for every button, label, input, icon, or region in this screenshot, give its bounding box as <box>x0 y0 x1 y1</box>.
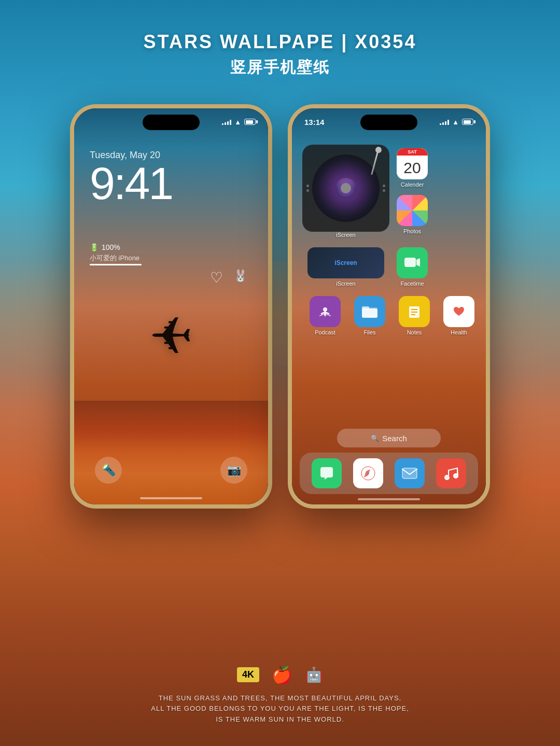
calendar-icon: SAT 20 <box>397 148 428 179</box>
phones-container: ✈ ▲ <box>0 94 560 519</box>
dock-safari[interactable] <box>353 458 383 488</box>
lock-widgets: 🔋 100% 小可爱的 iPhone <box>90 243 253 265</box>
lock-time: 9:41 <box>90 161 172 206</box>
music-widget-img <box>302 145 389 232</box>
svg-rect-14 <box>402 468 417 478</box>
wifi-icon-home: ▲ <box>452 118 459 126</box>
facetime-icon <box>397 247 428 278</box>
home-indicator-home <box>358 498 420 500</box>
dock-mail[interactable] <box>395 458 425 488</box>
music-widget-label: iScreen <box>336 232 355 238</box>
camera-button[interactable]: 📷 <box>220 457 247 484</box>
device-name: 小可爱的 iPhone <box>90 254 253 263</box>
search-icon: 🔍 <box>371 434 379 442</box>
calendar-label: Calender <box>401 181 424 188</box>
phone-frame-lock: ✈ ▲ <box>70 104 272 509</box>
app-files[interactable]: Files <box>351 296 388 335</box>
status-icons-lock: ▲ <box>222 118 256 126</box>
status-icons-home: ▲ <box>440 118 473 126</box>
torch-icon: 🔦 <box>102 463 116 477</box>
footer-text: THE SUN GRASS AND TREES, THE MOST BEAUTI… <box>151 693 409 725</box>
vinyl-record <box>312 154 380 222</box>
app-podcast[interactable]: Podcast <box>306 296 344 335</box>
photos-flower <box>397 195 428 226</box>
battery-bar-fill <box>90 264 142 265</box>
signal-bar-h2 <box>442 122 444 125</box>
phone-frame-home: 13:14 ▲ <box>288 104 490 509</box>
signal-bar-h4 <box>447 120 449 125</box>
home-screen-bg: 13:14 ▲ <box>292 108 486 504</box>
music-widget[interactable]: iScreen <box>307 145 384 238</box>
safari-svg <box>360 465 376 482</box>
platform-badges: 4K 🍎 🤖 <box>237 665 323 685</box>
bunny-icon: 🐰 <box>233 269 247 286</box>
svg-rect-0 <box>404 258 416 267</box>
badge-4k: 4K <box>237 667 259 682</box>
app-calendar[interactable]: SAT 20 Calender <box>394 148 431 188</box>
svg-point-16 <box>445 475 449 480</box>
apps-row-1: iScreen SAT 20 Calender <box>302 145 475 238</box>
photos-label: Photos <box>403 228 421 234</box>
app-health[interactable]: Health <box>440 296 478 335</box>
signal-bars-home <box>440 119 449 125</box>
dynamic-island-lock <box>143 115 200 130</box>
app-notes[interactable]: Notes <box>396 296 433 335</box>
water-reflection <box>74 401 268 504</box>
music-svg <box>444 465 458 482</box>
home-indicator-lock <box>140 497 202 499</box>
podcast-svg <box>318 304 332 319</box>
health-svg <box>452 304 466 319</box>
cal-date: 20 <box>403 160 421 176</box>
svg-marker-1 <box>416 258 420 266</box>
battery-bar <box>90 264 142 265</box>
messages-svg <box>318 465 335 482</box>
header: STARS WALLPAPE | X0354 竖屏手机壁纸 <box>0 0 560 94</box>
iscreen-large-label: iScreen <box>336 280 355 287</box>
notes-svg <box>407 304 422 319</box>
android-logo: 🤖 <box>305 666 323 683</box>
search-label: Search <box>382 434 407 443</box>
plane-silhouette: ✈ <box>149 306 193 367</box>
apps-row-2: iScreen iScreen Facetime <box>302 247 475 287</box>
lock-screen-phone: ✈ ▲ <box>70 104 272 509</box>
torch-button[interactable]: 🔦 <box>95 457 122 484</box>
apple-logo: 🍎 <box>272 665 292 685</box>
apps-grid: iScreen SAT 20 Calender <box>302 145 475 344</box>
battery-icon-home <box>462 119 473 125</box>
signal-bar-1 <box>222 123 223 125</box>
apps-col-right: SAT 20 Calender Photos <box>394 148 431 234</box>
svg-point-13 <box>367 472 369 474</box>
lock-screen-bg: ✈ ▲ <box>74 108 268 504</box>
files-icon <box>354 296 385 327</box>
search-bar[interactable]: 🔍 Search <box>337 429 441 447</box>
signal-bar-3 <box>227 121 229 125</box>
wifi-icon-lock: ▲ <box>234 118 241 126</box>
svg-rect-5 <box>362 308 377 318</box>
battery-percent: 100% <box>102 243 120 251</box>
dock-messages[interactable] <box>312 458 342 488</box>
dynamic-island-home <box>360 115 417 130</box>
battery-fill-home <box>464 120 471 124</box>
cal-header: SAT <box>397 148 428 156</box>
notes-label: Notes <box>407 329 422 335</box>
apps-row-3: Podcast Files <box>302 296 475 335</box>
signal-bars-lock <box>222 119 231 125</box>
signal-bar-h1 <box>440 123 441 125</box>
camera-icon: 📷 <box>227 463 241 477</box>
app-photos[interactable]: Photos <box>394 195 431 234</box>
footer: 4K 🍎 🤖 THE SUN GRASS AND TREES, THE MOST… <box>0 665 560 725</box>
home-time: 13:14 <box>304 118 324 126</box>
dock <box>300 453 478 494</box>
signal-bar-h3 <box>445 121 446 125</box>
dock-music[interactable] <box>436 458 466 488</box>
battery-widget: 🔋 100% <box>90 243 253 251</box>
mail-svg <box>401 466 418 481</box>
lock-icons-row: ♡ 🐰 <box>210 269 247 286</box>
podcast-icon <box>310 296 341 327</box>
app-iscreen-large[interactable]: iScreen iScreen <box>307 247 384 287</box>
page-subtitle: 竖屏手机壁纸 <box>0 57 560 78</box>
page-title: STARS WALLPAPE | X0354 <box>0 31 560 53</box>
app-facetime[interactable]: Facetime <box>394 247 431 287</box>
files-label: Files <box>363 329 375 335</box>
lock-bottom-buttons: 🔦 📷 <box>74 457 268 484</box>
